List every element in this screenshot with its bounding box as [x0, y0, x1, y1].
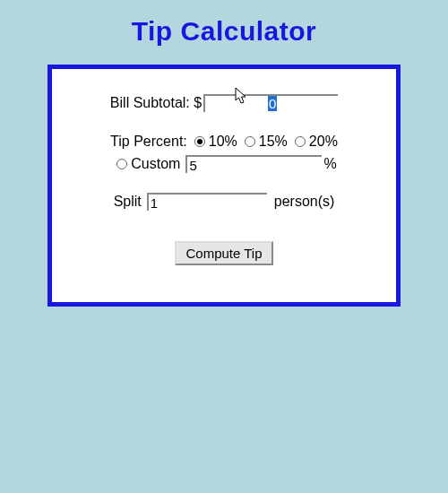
- tip-radio-custom[interactable]: [116, 159, 127, 169]
- tip-radio-15[interactable]: [245, 136, 255, 147]
- tip-custom-suffix: %: [323, 156, 336, 172]
- page-title: Tip Calculator: [0, 0, 448, 47]
- tip-row-1: Tip Percent: 10% 15% 20%: [52, 134, 396, 150]
- tip-radio-20[interactable]: [295, 136, 306, 147]
- tip-option-20: 20%: [309, 134, 338, 150]
- split-row: Split person(s): [52, 193, 396, 211]
- tip-option-15: 15%: [259, 134, 288, 150]
- tip-row-2: Custom %: [52, 155, 396, 173]
- subtotal-label: Bill Subtotal: $: [110, 95, 202, 111]
- split-input[interactable]: [147, 193, 267, 211]
- compute-row: Compute Tip: [52, 241, 396, 265]
- subtotal-input[interactable]: 0: [203, 94, 338, 112]
- tip-option-10: 10%: [209, 134, 237, 150]
- split-label: Split: [114, 194, 142, 210]
- subtotal-value: 0: [268, 96, 277, 111]
- split-suffix: person(s): [274, 194, 335, 210]
- tip-custom-label: Custom: [131, 156, 180, 172]
- calculator-panel: Bill Subtotal: $ 0 Tip Percent: 10% 15% …: [47, 65, 401, 307]
- subtotal-row: Bill Subtotal: $ 0: [52, 94, 396, 112]
- tip-label: Tip Percent:: [110, 134, 187, 150]
- tip-radio-10[interactable]: [194, 136, 205, 147]
- tip-custom-input[interactable]: [185, 155, 322, 173]
- compute-button[interactable]: Compute Tip: [175, 241, 272, 265]
